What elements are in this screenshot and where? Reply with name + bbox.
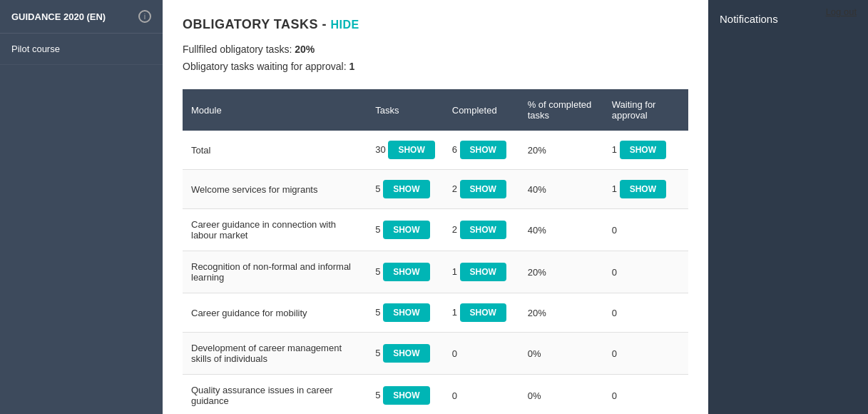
cell-pct: 0%: [519, 333, 603, 375]
tasks-number: 5: [375, 183, 383, 194]
completed-number: 1: [452, 307, 460, 318]
cell-tasks: 5 SHOW: [367, 293, 443, 333]
show-completed-button[interactable]: SHOW: [460, 221, 506, 239]
cell-pct: 20%: [519, 251, 603, 293]
tasks-number: 5: [375, 224, 383, 235]
table-row: Career guidance for mobility5 SHOW1 SHOW…: [183, 293, 688, 333]
completed-number: 0: [452, 390, 457, 401]
heading-text: OBLIGATORY TASKS -: [183, 17, 327, 31]
completed-number: 2: [452, 183, 460, 194]
cell-tasks: 5 SHOW: [367, 251, 443, 293]
obligatory-tasks-table: Module Tasks Completed % of completed ta…: [183, 89, 688, 414]
cell-completed: 2 SHOW: [444, 170, 519, 209]
waiting-number: 0: [612, 267, 617, 278]
waiting-number: 1: [612, 144, 620, 155]
waiting-stats: Obligatory tasks waiting for approval: 1: [183, 61, 688, 72]
table-row: Recognition of non-formal and informal l…: [183, 251, 688, 293]
show-waiting-button[interactable]: SHOW: [620, 141, 666, 159]
table-row: Welcome services for migrants5 SHOW2 SHO…: [183, 170, 688, 209]
cell-tasks: 5 SHOW: [367, 375, 443, 415]
fulfilled-label: Fullfiled obligatory tasks:: [183, 44, 292, 55]
cell-module: Development of career management skills …: [183, 333, 367, 375]
show-completed-button[interactable]: SHOW: [460, 263, 506, 281]
info-icon[interactable]: i: [138, 10, 151, 23]
cell-module: Quality assurance issues in career guida…: [183, 375, 367, 415]
sidebar: GUIDANCE 2020 (EN) i Pilot course: [0, 0, 163, 414]
col-header-pct: % of completed tasks: [519, 89, 603, 131]
cell-waiting: 0: [603, 375, 688, 415]
col-header-tasks: Tasks: [367, 89, 443, 131]
logout-link[interactable]: Log out: [826, 6, 857, 17]
completed-number: 6: [452, 144, 460, 155]
col-header-module: Module: [183, 89, 367, 131]
cell-pct: 20%: [519, 131, 603, 170]
waiting-value: 1: [349, 61, 354, 72]
cell-completed: 1 SHOW: [444, 251, 519, 293]
show-tasks-button[interactable]: SHOW: [388, 141, 434, 159]
fulfilled-value: 20%: [295, 44, 315, 55]
cell-module: Recognition of non-formal and informal l…: [183, 251, 367, 293]
table-row: Career guidance in connection with labou…: [183, 209, 688, 251]
notifications-title: Notifications: [720, 13, 778, 25]
table-row: Total30 SHOW6 SHOW20%1 SHOW: [183, 131, 688, 170]
cell-completed: 1 SHOW: [444, 293, 519, 333]
waiting-number: 0: [612, 348, 617, 359]
table-body: Total30 SHOW6 SHOW20%1 SHOWWelcome servi…: [183, 131, 688, 414]
cell-module: Total: [183, 131, 367, 170]
waiting-number: 1: [612, 183, 620, 194]
cell-waiting: 0: [603, 333, 688, 375]
cell-pct: 40%: [519, 209, 603, 251]
tasks-number: 5: [375, 390, 383, 400]
sidebar-title: GUIDANCE 2020 (EN): [11, 11, 106, 22]
main-content: OBLIGATORY TASKS - HIDE Fullfiled obliga…: [163, 0, 708, 414]
cell-module: Welcome services for migrants: [183, 170, 367, 209]
show-completed-button[interactable]: SHOW: [460, 303, 506, 322]
tasks-number: 5: [375, 307, 383, 318]
waiting-number: 0: [612, 308, 617, 318]
show-tasks-button[interactable]: SHOW: [383, 344, 429, 363]
show-tasks-button[interactable]: SHOW: [383, 221, 429, 239]
sidebar-item-pilot-course[interactable]: Pilot course: [0, 34, 163, 65]
cell-tasks: 30 SHOW: [367, 131, 443, 170]
col-header-waiting: Waiting for approval: [603, 89, 688, 131]
cell-completed: 0: [444, 333, 519, 375]
top-bar: Log out: [815, 0, 868, 23]
completed-number: 0: [452, 348, 457, 359]
waiting-number: 0: [612, 390, 617, 401]
table-row: Development of career management skills …: [183, 333, 688, 375]
show-tasks-button[interactable]: SHOW: [383, 263, 429, 281]
show-tasks-button[interactable]: SHOW: [383, 386, 429, 405]
show-tasks-button[interactable]: SHOW: [383, 180, 429, 198]
cell-module: Career guidance in connection with labou…: [183, 209, 367, 251]
tasks-number: 5: [375, 348, 383, 358]
completed-number: 2: [452, 224, 460, 235]
cell-waiting: 0: [603, 293, 688, 333]
cell-waiting: 1 SHOW: [603, 131, 688, 170]
notifications-panel: Notifications: [708, 0, 868, 414]
cell-completed: 2 SHOW: [444, 209, 519, 251]
page-heading: OBLIGATORY TASKS - HIDE: [183, 17, 688, 32]
cell-tasks: 5 SHOW: [367, 333, 443, 375]
waiting-number: 0: [612, 225, 617, 236]
waiting-label: Obligatory tasks waiting for approval:: [183, 61, 347, 72]
cell-waiting: 0: [603, 251, 688, 293]
show-completed-button[interactable]: SHOW: [460, 141, 506, 159]
cell-waiting: 1 SHOW: [603, 170, 688, 209]
completed-number: 1: [452, 266, 460, 277]
cell-pct: 20%: [519, 293, 603, 333]
cell-module: Career guidance for mobility: [183, 293, 367, 333]
cell-pct: 0%: [519, 375, 603, 415]
table-row: Quality assurance issues in career guida…: [183, 375, 688, 415]
show-waiting-button[interactable]: SHOW: [620, 180, 666, 198]
show-completed-button[interactable]: SHOW: [460, 180, 506, 198]
cell-completed: 6 SHOW: [444, 131, 519, 170]
col-header-completed: Completed: [444, 89, 519, 131]
cell-waiting: 0: [603, 209, 688, 251]
cell-tasks: 5 SHOW: [367, 209, 443, 251]
show-tasks-button[interactable]: SHOW: [383, 303, 429, 322]
hide-link[interactable]: HIDE: [331, 19, 359, 31]
cell-tasks: 5 SHOW: [367, 170, 443, 209]
cell-pct: 40%: [519, 170, 603, 209]
cell-completed: 0: [444, 375, 519, 415]
tasks-number: 5: [375, 266, 383, 277]
